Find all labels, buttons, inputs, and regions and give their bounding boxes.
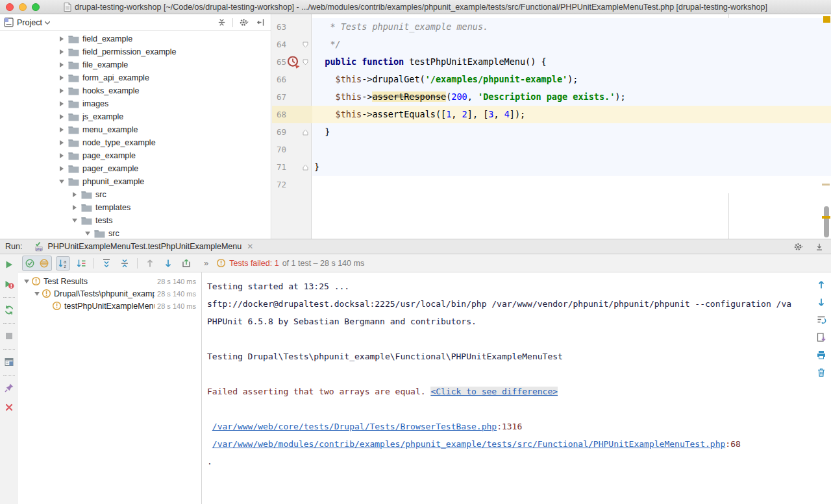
sort-alphabetically-button[interactable]: az [56,256,70,270]
tree-item-src[interactable]: src [0,227,271,239]
collapsed-arrow-icon[interactable] [70,190,79,199]
next-failed-test-button[interactable] [161,256,175,270]
toggle-auto-test-button[interactable] [3,304,16,317]
show-passed-button[interactable] [23,256,37,270]
scroll-to-end-button[interactable] [815,331,827,343]
tree-item-node_type_example[interactable]: node_type_example [0,136,271,149]
tree-item-label: images [82,99,108,108]
tree-item-templates[interactable]: templates [0,201,271,214]
collapse-all-button[interactable] [216,17,227,29]
editor-scrollbar-thumb[interactable] [824,206,829,237]
close-tab-icon[interactable]: ✕ [247,242,253,251]
stop-button[interactable] [3,330,16,342]
tree-item-menu_example[interactable]: menu_example [0,123,271,136]
zoom-window-button[interactable] [32,3,40,11]
collapsed-arrow-icon[interactable] [57,112,66,121]
tree-item-page_example[interactable]: page_example [0,149,271,162]
tree-item-field_example[interactable]: field_example [0,32,271,45]
code-line-text[interactable]: $this->drupalGet('/examples/phpunit-exam… [312,71,831,88]
collapsed-arrow-icon[interactable] [57,34,66,43]
tree-item-field_permission_example[interactable]: field_permission_example [0,45,271,58]
run-settings-gear-button[interactable] [792,241,805,253]
failed-test-clock-icon[interactable] [286,55,301,69]
fold-marker-icon[interactable] [301,59,310,66]
folder-icon [68,61,79,69]
expanded-arrow-icon[interactable] [70,216,79,225]
expand-all-button[interactable] [99,256,114,270]
tree-item-pager_example[interactable]: pager_example [0,162,271,175]
see-difference-link[interactable]: <Click to see difference> [430,387,558,396]
test-tree-item[interactable]: testPhpUnitExampleMenu28 s 140 ms [18,300,201,312]
pin-tab-button[interactable] [3,381,16,394]
soft-wrap-button[interactable] [815,314,827,326]
test-console[interactable]: Testing started at 13:25 ...sftp://docke… [203,272,831,504]
hide-panel-button[interactable] [255,17,267,29]
tree-item-images[interactable]: images [0,97,271,110]
code-line-text[interactable]: } [312,123,831,141]
error-stripe-mark-warning[interactable] [822,216,830,219]
more-chevrons-icon[interactable]: » [204,258,208,268]
stacktrace-file-link[interactable]: /var/www/web/modules/contrib/examples/ph… [212,439,726,449]
settings-gear-button[interactable] [238,17,250,29]
rerun-button[interactable] [3,258,16,271]
collapsed-arrow-icon[interactable] [57,60,66,69]
code-line-text[interactable]: $this->assertEquals([1, 2], [3, 4]); [312,106,831,123]
collapsed-arrow-icon[interactable] [57,125,66,134]
print-button[interactable] [815,349,827,361]
code-line-text[interactable]: $this->assertResponse(200, 'Description … [312,88,831,106]
test-tree-item[interactable]: Drupal\Tests\phpunit_example\Functional\… [18,287,201,300]
collapsed-arrow-icon[interactable] [57,86,66,95]
restore-layout-button[interactable] [3,355,16,368]
tree-item-js_example[interactable]: js_example [0,110,271,123]
stacktrace-file-link[interactable]: /var/www/web/core/tests/Drupal/Tests/Bro… [212,422,497,431]
collapsed-arrow-icon[interactable] [57,138,66,147]
tree-item-src[interactable]: src [0,188,271,201]
clear-console-button[interactable] [815,366,827,378]
tree-item-form_api_example[interactable]: form_api_example [0,71,271,84]
expanded-arrow-icon[interactable] [83,229,92,238]
test-tree-item[interactable]: Test Results28 s 140 ms [18,275,201,287]
tree-item-tests[interactable]: tests [0,214,271,227]
collapse-all-button[interactable] [118,256,132,270]
show-ignored-button[interactable] [37,256,51,270]
fold-marker-icon[interactable] [301,42,310,48]
code-editor[interactable]: 63 * Tests phpunit_example menus.64 */65… [272,14,831,239]
collapsed-arrow-icon[interactable] [57,164,66,173]
code-line-text[interactable]: * Tests phpunit_example menus. [312,18,831,36]
close-window-button[interactable] [6,3,14,11]
rerun-failed-tests-button[interactable] [3,278,16,291]
expanded-arrow-icon[interactable] [57,177,66,186]
fold-marker-icon[interactable] [301,164,310,171]
code-line-text[interactable] [312,141,831,158]
project-tool-window: Project field_examplefield_permission_ex… [0,14,271,239]
sort-by-duration-button[interactable] [74,256,88,270]
up-the-stacktrace-button[interactable] [815,279,827,291]
import-test-results-button[interactable] [179,256,193,270]
chevron-down-icon[interactable] [45,21,50,25]
code-line-text[interactable] [312,176,831,193]
minimize-panel-button[interactable] [813,241,826,253]
minimize-window-button[interactable] [19,3,27,11]
collapsed-arrow-icon[interactable] [70,203,79,212]
previous-failed-test-button[interactable] [143,256,157,270]
tree-item-hooks_example[interactable]: hooks_example [0,84,271,97]
collapsed-arrow-icon[interactable] [57,99,66,108]
inspection-status-square[interactable] [823,16,830,23]
collapsed-arrow-icon[interactable] [57,73,66,82]
error-stripe-mark[interactable] [822,184,830,186]
code-line-text[interactable]: */ [312,36,831,53]
run-configuration-tab[interactable]: php PHPUnitExampleMenuTest.testPhpUnitEx… [30,239,257,254]
expanded-arrow-icon[interactable] [22,277,31,286]
arrow-spacer [43,302,52,311]
code-line-text[interactable]: } [312,158,831,176]
close-panel-button[interactable] [3,401,16,414]
console-line: sftp://docker@drupaltest.docksal:2225/us… [207,295,831,313]
collapsed-arrow-icon[interactable] [57,47,66,56]
expanded-arrow-icon[interactable] [32,289,42,298]
tree-item-phpunit_example[interactable]: phpunit_example [0,175,271,188]
fold-marker-icon[interactable] [301,129,310,136]
tree-item-file_example[interactable]: file_example [0,58,271,71]
down-the-stacktrace-button[interactable] [815,296,827,308]
code-line-text[interactable]: public function testPhpUnitExampleMenu()… [312,53,831,71]
collapsed-arrow-icon[interactable] [57,151,66,160]
